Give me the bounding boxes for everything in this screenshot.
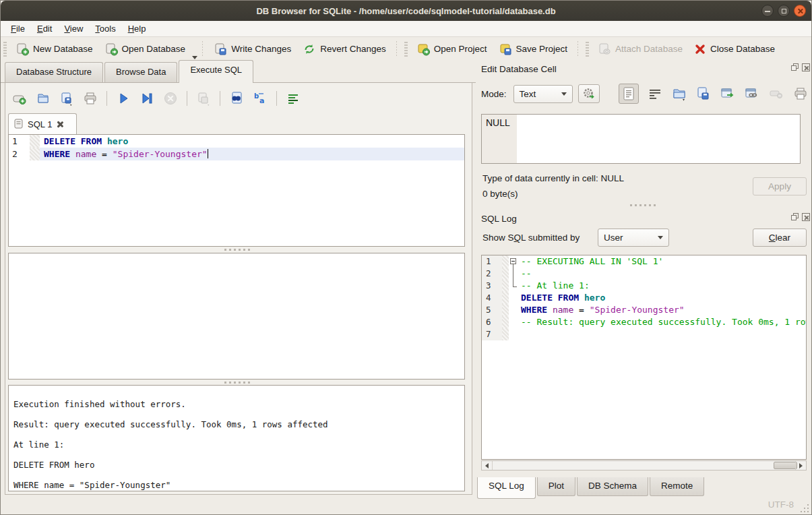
- log-line: 5 WHERE name = "Spider-Youngster": [482, 304, 806, 316]
- cell-editor-toolbar: [619, 83, 809, 104]
- tab-execute-sql[interactable]: Execute SQL: [179, 60, 253, 83]
- print-icon: [82, 90, 98, 107]
- open-database-dropdown[interactable]: [192, 56, 197, 59]
- tab-remote[interactable]: Remote: [650, 477, 704, 496]
- new-database-icon: [15, 42, 30, 57]
- log-line: 2 --: [482, 268, 806, 280]
- encoding-indicator[interactable]: UTF-8: [768, 499, 794, 510]
- close-panel-icon[interactable]: [802, 213, 810, 221]
- float-panel-icon[interactable]: [791, 213, 799, 221]
- splitter-handle[interactable]: [476, 203, 812, 208]
- close-database-button[interactable]: Close Database: [688, 40, 780, 59]
- new-tab-icon: [11, 90, 28, 107]
- open-sql-file-button[interactable]: [34, 90, 52, 107]
- set-null-icon: [769, 89, 784, 98]
- print-icon: [793, 87, 808, 100]
- fold-margin: [30, 135, 40, 148]
- print-sql-button[interactable]: [82, 90, 99, 107]
- sql-log-view[interactable]: 1 -- EXECUTING ALL IN 'SQL 1' 2 -- 3 -- …: [481, 255, 807, 460]
- close-database-icon: [693, 42, 707, 56]
- revert-changes-button[interactable]: Revert Changes: [296, 39, 392, 59]
- execute-play-icon: [115, 90, 131, 107]
- write-changes-button[interactable]: Write Changes: [208, 39, 296, 59]
- open-project-button[interactable]: Open Project: [410, 39, 493, 59]
- menu-bar: File Edit View Tools Help: [1, 21, 811, 37]
- tab-database-structure[interactable]: Database Structure: [5, 62, 103, 82]
- log-line: 1 -- EXECUTING ALL IN 'SQL 1': [482, 255, 806, 268]
- toolbar-separator: [220, 91, 220, 106]
- line-number: 2: [9, 148, 30, 160]
- toolbar-separator: [577, 41, 578, 57]
- sql-log-header: SQL Log: [476, 211, 812, 226]
- print-cell-button[interactable]: [792, 86, 809, 102]
- toolbar-handle[interactable]: [586, 42, 589, 57]
- open-database-icon: [104, 42, 119, 57]
- log-line: 6 -- Result: query executed successfully…: [482, 316, 806, 328]
- close-button[interactable]: [794, 5, 806, 17]
- minimize-button[interactable]: [761, 5, 774, 17]
- splitter-handle[interactable]: [5, 247, 472, 252]
- toolbar-handle[interactable]: [404, 42, 408, 57]
- sql-editor[interactable]: 1 DELETE FROM hero 2 WHERE name = "Spide…: [8, 134, 465, 247]
- copy-link-button[interactable]: [744, 86, 760, 102]
- scroll-right-arrow[interactable]: [795, 461, 806, 470]
- sql-tab-label: SQL 1: [28, 119, 52, 129]
- auto-format-button[interactable]: ba: [251, 90, 269, 107]
- attach-database-icon: [597, 42, 612, 57]
- menu-edit[interactable]: Edit: [31, 22, 58, 35]
- toggle-results-button[interactable]: [284, 90, 302, 107]
- write-changes-icon: [213, 42, 228, 57]
- fold-marker[interactable]: [509, 255, 520, 268]
- save-project-button[interactable]: Save Project: [493, 39, 573, 59]
- menu-tools[interactable]: Tools: [89, 22, 121, 35]
- title-bar[interactable]: DB Browser for SQLite - /home/user/code/…: [1, 1, 811, 21]
- chevron-down-icon: [658, 236, 663, 239]
- close-panel-icon[interactable]: [802, 63, 810, 71]
- status-bar: UTF-8: [1, 495, 811, 514]
- menu-help[interactable]: Help: [122, 22, 152, 35]
- submitter-combobox[interactable]: User: [598, 229, 669, 247]
- tab-browse-data[interactable]: Browse Data: [104, 62, 177, 82]
- export-cell-data-button[interactable]: [695, 86, 712, 102]
- import-cell-data-button[interactable]: [671, 86, 687, 102]
- mode-combobox[interactable]: Text: [513, 85, 573, 103]
- stop-execution-button: [162, 90, 179, 107]
- log-horizontal-scrollbar[interactable]: [481, 460, 807, 471]
- chevron-down-icon: [561, 92, 567, 96]
- execute-current-line-button[interactable]: [138, 90, 156, 107]
- execution-message-pane[interactable]: Execution finished without errors. Resul…: [8, 385, 465, 491]
- splitter-handle[interactable]: [5, 380, 472, 385]
- scrollbar-thumb[interactable]: [774, 462, 797, 469]
- find-button[interactable]: [228, 90, 245, 107]
- results-grid[interactable]: [8, 253, 465, 380]
- maximize-button[interactable]: [778, 5, 790, 17]
- word-wrap-button[interactable]: [647, 86, 663, 102]
- sql-1-tab[interactable]: SQL 1: [8, 113, 77, 134]
- float-panel-icon[interactable]: [791, 63, 799, 71]
- fold-marker: [509, 280, 520, 292]
- tab-db-schema[interactable]: DB Schema: [577, 477, 648, 496]
- apply-format-button[interactable]: [578, 84, 600, 103]
- open-in-external-button[interactable]: [720, 86, 736, 102]
- toolbar-separator: [106, 91, 107, 106]
- menu-file[interactable]: File: [5, 22, 31, 35]
- scroll-left-arrow[interactable]: [482, 461, 493, 470]
- save-sql-file-button[interactable]: [58, 90, 75, 107]
- tab-plot[interactable]: Plot: [537, 477, 575, 496]
- cell-value-editor[interactable]: NULL: [481, 114, 801, 164]
- close-sql-tab-icon[interactable]: [56, 121, 63, 128]
- menu-view[interactable]: View: [58, 22, 89, 35]
- save-results-icon: [195, 90, 212, 107]
- text-cursor: [208, 149, 209, 158]
- new-sql-tab-button[interactable]: [11, 90, 28, 107]
- text-mode-button[interactable]: [619, 84, 639, 104]
- execute-sql-button[interactable]: [115, 90, 132, 107]
- resize-grip[interactable]: [801, 504, 809, 512]
- open-project-icon: [416, 42, 431, 57]
- toolbar-handle[interactable]: [3, 42, 7, 57]
- open-database-button[interactable]: Open Database: [98, 39, 191, 59]
- editor-line-current: 2 WHERE name = "Spider-Youngster": [9, 148, 464, 160]
- right-dock-area: Edit Database Cell Mode: Text: [476, 61, 812, 496]
- new-database-button[interactable]: New Database: [9, 39, 98, 59]
- clear-log-button[interactable]: Clear: [753, 229, 807, 247]
